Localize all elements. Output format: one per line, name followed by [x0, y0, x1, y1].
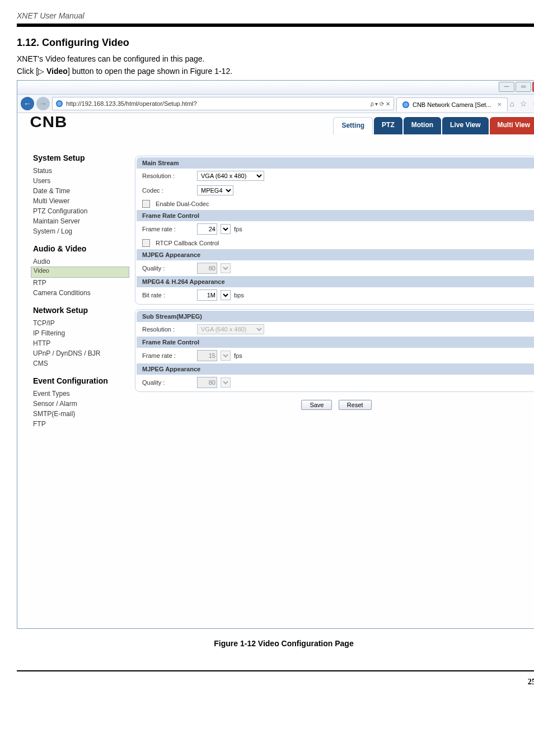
sub-frame-rate-input: [197, 350, 217, 361]
sidebar-item-multi-viewer[interactable]: Multi Viewer: [33, 196, 129, 206]
url-controls: ρ ▾ ⟳ ✕: [371, 101, 390, 107]
sidebar-item-camera-conditions[interactable]: Camera Conditions: [33, 288, 129, 298]
favorites-icon[interactable]: ☆: [520, 99, 527, 108]
page-number: 25 / 53: [17, 677, 534, 687]
rtcp-label: RTCP Callback Control: [156, 240, 219, 246]
window-minimize-button[interactable]: —: [499, 82, 514, 92]
sidebar-item-event-types[interactable]: Event Types: [33, 389, 129, 399]
nav-forward-button[interactable]: →: [36, 97, 50, 110]
sidebar-item-system-log[interactable]: System / Log: [33, 226, 129, 236]
nav-back-button[interactable]: ←: [21, 97, 34, 110]
tab-label: CNB Network Camera [Set...: [413, 101, 491, 108]
address-bar: ← → http://192.168.123.35/html/operator/…: [17, 95, 534, 113]
sidebar-item-maintain-server[interactable]: Maintain Server: [33, 216, 129, 226]
body-line-2-bold: Video: [46, 67, 68, 76]
quality-input: [197, 263, 217, 274]
sidebar-item-http[interactable]: HTTP: [33, 338, 129, 348]
tab-live-view[interactable]: Live View: [442, 117, 488, 134]
enable-dual-codec-checkbox[interactable]: [142, 200, 150, 208]
sub-mjpeg-header: MJPEG Appearance: [137, 363, 534, 375]
mpeg4-h264-header: MPEG4 & H.264 Appearance: [137, 276, 534, 287]
main-stream-header: Main Stream: [137, 157, 534, 169]
frame-rate-label: Frame rate :: [142, 226, 194, 232]
bitrate-input[interactable]: [197, 290, 217, 301]
sidebar-item-ptz-config[interactable]: PTZ Configuration: [33, 206, 129, 216]
resolution-label: Resolution :: [142, 172, 194, 179]
body-line-2-post: ] button to open the page shown in Figur…: [68, 67, 232, 76]
url-box[interactable]: http://192.168.123.35/html/operator/Setu…: [52, 97, 394, 110]
section-heading: 1.12. Configuring Video: [17, 37, 534, 49]
sub-frame-rate-header: Frame Rate Control: [137, 337, 534, 348]
enable-dual-codec-label: Enable Dual-Codec: [156, 200, 209, 207]
sub-frame-rate-label: Frame rate :: [142, 352, 194, 359]
body-line-2-pre: Click [▷: [17, 67, 46, 76]
rtcp-checkbox[interactable]: [142, 239, 150, 247]
url-text: http://192.168.123.35/html/operator/Setu…: [66, 100, 197, 107]
tab-ptz[interactable]: PTZ: [374, 117, 402, 134]
sub-quality-dropdown: [221, 377, 231, 388]
reset-button[interactable]: Reset: [339, 400, 372, 410]
footer-rule: [17, 670, 534, 671]
header-rule: [17, 24, 534, 27]
sidebar: System Setup Status Users Date & Time Mu…: [17, 142, 135, 429]
sidebar-item-ftp[interactable]: FTP: [33, 419, 129, 429]
sub-resolution-select: VGA (640 x 480): [197, 324, 264, 334]
sidebar-item-video[interactable]: Video: [31, 267, 129, 278]
body-line-1: XNET's Video features can be configured …: [17, 54, 534, 63]
manual-title: XNET User Manual: [17, 11, 534, 20]
bitrate-dropdown[interactable]: [221, 290, 231, 300]
sidebar-item-ip-filtering[interactable]: IP Filtering: [33, 328, 129, 338]
ie-icon: [56, 100, 63, 107]
sidebar-item-smtp-email[interactable]: SMTP(E-mail): [33, 409, 129, 419]
resolution-select[interactable]: VGA (640 x 480): [197, 171, 264, 181]
quality-dropdown: [221, 263, 231, 273]
tab-close-icon[interactable]: ✕: [497, 101, 502, 108]
sidebar-item-audio[interactable]: Audio: [33, 256, 129, 267]
sidebar-item-upnp-dyndns-bjr[interactable]: UPnP / DynDNS / BJR: [33, 348, 129, 358]
sidebar-item-sensor-alarm[interactable]: Sensor / Alarm: [33, 399, 129, 409]
sidebar-item-users[interactable]: Users: [33, 176, 129, 186]
save-button[interactable]: Save: [301, 400, 332, 410]
sub-resolution-label: Resolution :: [142, 326, 194, 333]
sidebar-item-tcpip[interactable]: TCP/IP: [33, 318, 129, 328]
sidebar-group-system: System Setup: [33, 153, 129, 162]
tab-setting[interactable]: Setting: [333, 117, 373, 134]
codec-select[interactable]: MPEG4: [197, 185, 233, 195]
figure-caption: Figure 1-12 Video Configuration Page: [17, 639, 534, 648]
main-stream-panel: Main Stream Resolution : VGA (640 x 480)…: [135, 156, 534, 305]
home-icon[interactable]: ⌂: [510, 99, 514, 108]
quality-label: Quality :: [142, 265, 194, 272]
tab-motion[interactable]: Motion: [404, 117, 441, 134]
sidebar-item-status[interactable]: Status: [33, 166, 129, 176]
bitrate-label: Bit rate :: [142, 292, 194, 298]
frame-rate-dropdown[interactable]: [221, 224, 231, 234]
sidebar-group-event: Event Configuration: [33, 376, 129, 385]
sub-fps-label: fps: [234, 352, 242, 359]
sub-quality-input: [197, 377, 217, 388]
body-line-2: Click [▷ Video] button to open the page …: [17, 67, 534, 76]
window-titlebar: — ▭ ✕: [17, 81, 534, 95]
window-maximize-button[interactable]: ▭: [516, 82, 531, 92]
mjpeg-appearance-header: MJPEG Appearance: [137, 249, 534, 260]
bps-label: bps: [234, 292, 244, 298]
sub-quality-label: Quality :: [142, 379, 194, 386]
sidebar-item-date-time[interactable]: Date & Time: [33, 186, 129, 196]
browser-window: — ▭ ✕ ← → http://192.168.123.35/html/ope…: [17, 80, 534, 629]
tab-multi-view[interactable]: Multi View: [490, 117, 534, 134]
fps-label: fps: [234, 226, 242, 232]
sub-frame-rate-dropdown: [221, 351, 231, 361]
frame-rate-control-header: Frame Rate Control: [137, 210, 534, 221]
sidebar-group-audio-video: Audio & Video: [33, 244, 129, 253]
sidebar-group-network: Network Setup: [33, 306, 129, 315]
logo: CNB: [17, 113, 67, 131]
frame-rate-input[interactable]: [197, 223, 217, 235]
sidebar-item-cms[interactable]: CMS: [33, 358, 129, 368]
codec-label: Codec :: [142, 187, 194, 194]
sub-stream-panel: Sub Stream(MJPEG) Resolution : VGA (640 …: [135, 309, 534, 392]
sub-stream-header: Sub Stream(MJPEG): [137, 311, 534, 322]
browser-tab[interactable]: CNB Network Camera [Set... ✕: [396, 97, 508, 111]
tab-ie-icon: [402, 101, 409, 108]
page-content: CNB Setting PTZ Motion Live View Multi V…: [17, 113, 534, 628]
sidebar-item-rtp[interactable]: RTP: [33, 278, 129, 288]
